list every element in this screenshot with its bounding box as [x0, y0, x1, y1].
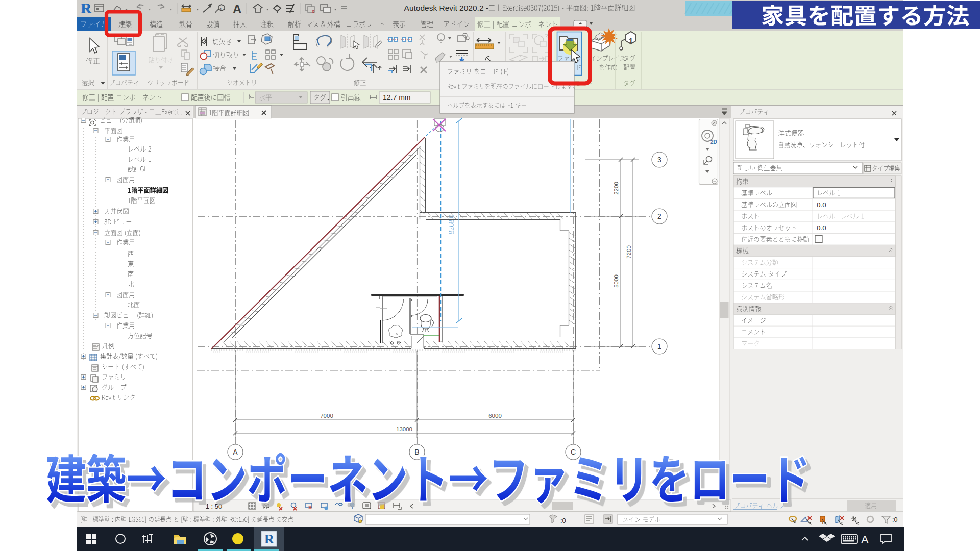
svg-text:1: 1 — [629, 36, 633, 45]
svg-text:7200: 7200 — [626, 245, 632, 259]
svg-text:1: 1 — [219, 7, 222, 12]
svg-text:3: 3 — [657, 156, 662, 164]
svg-text:B: B — [414, 448, 419, 456]
svg-text:2: 2 — [657, 212, 662, 220]
svg-text:6000: 6000 — [488, 413, 502, 419]
svg-text:7000: 7000 — [320, 413, 333, 419]
svg-text::0: :0 — [560, 517, 566, 524]
svg-text::0: :0 — [892, 516, 897, 523]
svg-text:Autodesk Revit 2020.2 -: Autodesk Revit 2020.2 - — [404, 4, 488, 12]
svg-text:2200: 2200 — [613, 182, 619, 195]
svg-text:5000: 5000 — [613, 274, 619, 288]
svg-text:A: A — [233, 2, 241, 16]
svg-text:13000: 13000 — [396, 426, 412, 432]
svg-text:x: x — [312, 9, 314, 14]
svg-text:0.0: 0.0 — [817, 201, 826, 209]
svg-text:1: 1 — [657, 342, 662, 350]
svg-text:A: A — [233, 448, 238, 456]
svg-text:2D: 2D — [710, 139, 717, 145]
svg-text:12.7 mm: 12.7 mm — [383, 93, 410, 102]
svg-text:0.0: 0.0 — [817, 224, 826, 232]
svg-text:C: C — [571, 448, 576, 456]
svg-text:R: R — [80, 0, 91, 16]
svg-text:A: A — [861, 533, 869, 546]
svg-text:R: R — [264, 532, 274, 546]
